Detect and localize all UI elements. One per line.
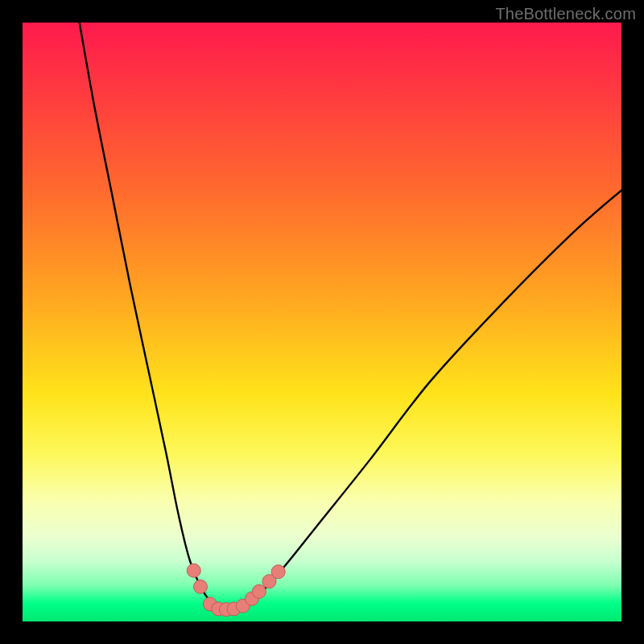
bottleneck-curve-svg — [23, 23, 621, 621]
curve-marker — [187, 564, 200, 577]
curve-marker — [252, 584, 266, 598]
chart-area — [23, 23, 621, 621]
curve-markers — [187, 564, 285, 616]
curve-marker — [271, 565, 285, 579]
curve-marker — [193, 580, 207, 593]
watermark-text: TheBottleneck.com — [495, 5, 636, 23]
bottleneck-curve — [80, 23, 621, 610]
